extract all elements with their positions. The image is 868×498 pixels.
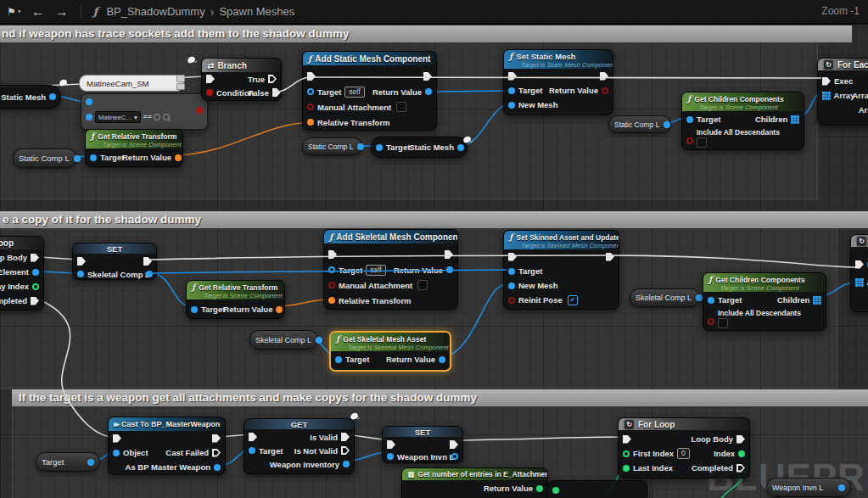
node-get-number-of-entries[interactable]: ▦Get number of entries in E_AttachmentTy… [401,467,548,498]
target-pin[interactable] [708,297,714,304]
loop-body-exec-pin[interactable] [736,435,745,444]
input-a-pin[interactable] [86,98,92,105]
relative-transform-pin[interactable] [328,297,335,304]
exec-in-pin[interactable] [855,260,864,269]
index-pin[interactable] [738,450,745,457]
return-value-pin[interactable] [602,87,608,94]
exec-in-pin[interactable] [206,75,215,83]
self-literal[interactable]: self [366,265,385,276]
exec-out-pin[interactable] [450,440,458,449]
pill-skeletal-comp-1[interactable]: Skeletal Comp L [249,330,318,350]
include-all-checkbox[interactable] [718,318,728,328]
operand-pin[interactable] [552,487,559,494]
comment-header-attachments[interactable]: If the target is a weapon get all attach… [12,389,868,406]
static-mesh-out-pin[interactable] [457,144,464,151]
name-dropdown[interactable]: MatineeCam_SM▾ [95,111,141,123]
exec-in-pin[interactable] [328,250,337,259]
value-in-pin[interactable] [77,271,84,277]
cast-failed-exec-pin[interactable] [212,449,221,457]
include-all-descendants-pin[interactable] [708,318,714,325]
node-for-loop[interactable]: ↻For Loop Loop Body First Index0Index La… [618,417,750,478]
target-pin[interactable] [686,116,693,123]
array-pin[interactable] [855,278,858,281]
exec-out-pin[interactable] [212,434,221,443]
return-value-pin[interactable] [175,154,182,161]
target-pin[interactable] [191,306,198,313]
exec-in-pin[interactable] [249,433,257,441]
exec-in-pin[interactable] [113,434,121,443]
node-add-static-mesh-component[interactable]: ƒAdd Static Mesh Component TargetselfRet… [302,51,437,131]
exec-out-pin[interactable] [606,253,614,261]
return-value-pin[interactable] [446,266,453,273]
target-pin[interactable] [376,144,383,151]
target-pin[interactable] [335,356,342,363]
exec-out-pin[interactable] [445,250,453,259]
node-branch[interactable]: ⇄Branch True ConditionFalse [201,58,282,101]
manual-attachment-checkbox[interactable] [417,280,428,290]
return-value-pin[interactable] [425,88,432,95]
target-pin[interactable] [90,154,97,161]
node-for-each-loop-right[interactable]: ↻For Each Loop Exec Array [850,234,868,312]
first-index-pin[interactable] [623,450,630,457]
browse-asset-icon[interactable] [176,75,185,82]
object-pin[interactable] [113,450,120,456]
node-get-children-components-2[interactable]: ƒGet Children ComponentsTarget is Scene … [703,272,826,331]
exec-in-pin[interactable] [508,72,517,81]
include-all-checkbox[interactable] [697,137,707,148]
pill-out-pin[interactable] [87,459,94,466]
exec-in-pin[interactable] [387,440,395,449]
blueprint-graph[interactable]: nd if weapon has trace sockets add them … [0,0,868,498]
pill-out-pin[interactable] [664,121,670,128]
include-all-descendants-pin[interactable] [686,137,693,144]
exec-in-pin[interactable] [77,257,86,266]
forward-button[interactable]: → [55,4,69,20]
is-valid-exec-pin[interactable] [341,433,350,441]
exec-in-pin[interactable] [508,253,517,261]
children-array-pin[interactable] [813,296,815,299]
node-for-each-loop-1[interactable]: ↻For Each Loop Exec ArrayArray Element A… [817,58,868,126]
return-value-pin[interactable] [439,356,445,363]
node-set-skeletal-comp[interactable]: SET Skeletal Comp L [72,243,157,280]
target-pin[interactable] [328,266,335,273]
node-for-each-loop-left[interactable]: For Each Loop Loop Body Array Element Ar… [0,236,44,311]
manual-attachment-pin[interactable] [328,282,335,288]
manual-attachment-pin[interactable] [307,104,314,110]
breadcrumb-root[interactable]: BP_ShadowDummy [106,5,204,18]
children-array-pin[interactable] [791,115,793,118]
array-index-pin[interactable] [32,283,39,290]
pill-skeletal-comp-2[interactable]: Skeletal Comp L [630,288,700,307]
false-exec-pin[interactable] [272,88,281,97]
pill-out-pin[interactable] [696,294,703,301]
target-pin[interactable] [508,87,515,94]
comment-header-trace-sockets[interactable]: nd if weapon has trace sockets add them … [0,25,852,42]
pill-out-pin[interactable] [316,337,322,344]
loop-body-exec-pin[interactable] [31,254,39,262]
reinit-pose-checkbox[interactable]: ✔ [568,295,578,305]
node-get-weapon-inventory[interactable]: GET Is Valid TargetIs Not Valid Weapon I… [244,418,355,474]
exec-in-pin[interactable] [307,72,316,81]
condition-pin[interactable] [206,89,213,96]
return-value-pin[interactable] [536,485,543,492]
pill-out-pin[interactable] [357,143,364,150]
value-out-pin[interactable] [451,453,458,460]
asset-ref-matineecam[interactable]: MatineeCam_SM [79,75,184,92]
exec-in-pin[interactable] [822,77,831,86]
breadcrumb-leaf[interactable]: Spawn Meshes [219,5,294,18]
manual-attachment-checkbox[interactable] [396,102,406,112]
weapon-inventory-pin[interactable] [343,461,350,467]
is-not-valid-exec-pin[interactable] [341,446,350,455]
node-set-static-mesh[interactable]: ƒSet Static MeshTarget is Static Mesh Co… [503,49,613,115]
use-asset-icon[interactable] [176,83,185,91]
node-get-static-mesh-compact[interactable]: TargetStatic Mesh [371,137,468,158]
completed-exec-pin[interactable] [31,297,39,305]
pill-static-comp-2[interactable]: Static Comp L [302,137,362,155]
pill-target[interactable]: Target [36,452,100,472]
new-mesh-pin[interactable] [508,283,515,289]
array-pin[interactable] [822,92,825,94]
search-icon[interactable] [163,114,170,120]
node-cast-to-bp-masterweapon[interactable]: ▸▸Cast To BP_MasterWeapon ObjectCast Fai… [108,417,226,475]
return-value-pin[interactable] [276,306,283,313]
pill-static-comp-3[interactable]: Static Comp L [608,115,671,133]
node-set-skinned-asset[interactable]: ƒSet Skinned Asset and UpdateTarget is S… [503,230,619,310]
node-static-mesh-getter-cut[interactable]: Static Mesh [0,85,61,109]
